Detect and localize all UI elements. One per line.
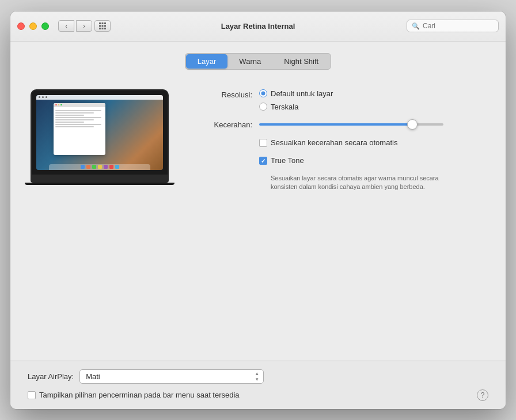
svg-rect-3 — [99, 25, 101, 27]
svg-rect-2 — [104, 22, 106, 24]
dock-icon — [109, 165, 113, 169]
airplay-row: Layar AirPlay: Mati AirPlay Display ▲ ▼ — [28, 369, 488, 384]
tab-nightshift[interactable]: Night Shift — [272, 54, 330, 69]
screen-line — [55, 119, 94, 120]
svg-rect-6 — [99, 28, 101, 29]
screen-line — [55, 117, 101, 118]
screen-min — [58, 104, 60, 106]
screen-dock — [49, 164, 150, 170]
maximize-button[interactable] — [41, 22, 49, 30]
grid-icon — [98, 22, 107, 30]
main-window: ‹ › Layar Retina Internal 🔍 — [10, 12, 506, 409]
screen-close — [55, 104, 57, 106]
back-button[interactable]: ‹ — [58, 20, 74, 32]
resolusi-row: Resolusi: Default untuk layar Terskala — [189, 89, 488, 111]
radio-default-input[interactable] — [259, 89, 267, 97]
auto-brightness-checkbox[interactable] — [259, 139, 267, 147]
window-title: Layar Retina Internal — [221, 22, 295, 31]
laptop — [31, 89, 169, 185]
resolusi-controls: Default untuk layar Terskala — [259, 89, 333, 111]
airplay-label: Layar AirPlay: — [28, 372, 74, 381]
forward-button[interactable]: › — [76, 20, 92, 32]
content-area: Layar Warna Night Shift — [10, 41, 506, 361]
screen-line — [55, 124, 101, 125]
screen-line — [55, 122, 84, 123]
tab-layar[interactable]: Layar — [186, 54, 228, 69]
main-area: Resolusi: Default untuk layar Terskala — [28, 84, 488, 361]
radio-terskala-input[interactable] — [259, 103, 267, 111]
radio-default[interactable]: Default untuk layar — [259, 89, 333, 98]
screen-line — [55, 115, 84, 116]
nav-buttons: ‹ › — [58, 20, 92, 32]
screen-line — [55, 112, 94, 113]
svg-rect-5 — [104, 25, 106, 27]
dock-icon — [98, 165, 102, 169]
svg-rect-1 — [102, 22, 104, 24]
airplay-select-wrapper: Mati AirPlay Display ▲ ▼ — [79, 369, 264, 384]
dock-icon — [115, 165, 119, 169]
help-button[interactable]: ? — [477, 389, 488, 401]
resolusi-label: Resolusi: — [189, 89, 252, 99]
screen-window — [54, 103, 105, 155]
auto-brightness-label: Sesuaikan kecerahan secara otomatis — [271, 138, 397, 147]
search-input[interactable] — [423, 22, 494, 30]
screen-menubar — [36, 95, 163, 100]
brightness-slider[interactable] — [259, 123, 443, 126]
screen-window-content — [54, 107, 105, 130]
search-bar[interactable]: 🔍 — [407, 20, 499, 32]
laptop-base — [31, 176, 169, 183]
dock-icon — [86, 165, 90, 169]
grid-button[interactable] — [94, 20, 111, 32]
kecerahan-label: Kecerahan: — [189, 120, 252, 129]
svg-rect-4 — [102, 25, 104, 27]
radio-default-label: Default untuk layar — [271, 89, 333, 98]
titlebar: ‹ › Layar Retina Internal 🔍 — [10, 12, 506, 41]
svg-rect-7 — [102, 28, 104, 29]
auto-brightness-row: Sesuaikan kecerahan secara otomatis — [259, 138, 488, 147]
menubar-dot — [45, 96, 47, 98]
screen-desktop — [36, 95, 163, 170]
slider-container — [259, 123, 443, 126]
menubar-dot — [39, 96, 40, 98]
tab-bar: Layar Warna Night Shift — [28, 53, 488, 70]
mirror-row: Tampilkan pilihan pencerminan pada bar m… — [28, 389, 488, 401]
laptop-preview — [28, 84, 172, 361]
svg-rect-0 — [99, 22, 101, 24]
dock-icon — [104, 165, 108, 169]
airplay-select[interactable]: Mati AirPlay Display — [79, 369, 264, 384]
mirror-checkbox[interactable] — [28, 391, 36, 399]
tab-warna[interactable]: Warna — [227, 54, 272, 69]
radio-terskala[interactable]: Terskala — [259, 103, 333, 111]
tab-group: Layar Warna Night Shift — [185, 53, 331, 70]
laptop-body — [31, 89, 169, 176]
mirror-label: Tampilkan pilihan pencerminan pada bar m… — [39, 391, 240, 399]
screen-line — [55, 110, 101, 111]
laptop-screen — [36, 95, 163, 170]
screen-line — [55, 126, 94, 127]
settings-panel: Resolusi: Default untuk layar Terskala — [189, 84, 488, 361]
dock-icon — [81, 165, 85, 169]
radio-terskala-label: Terskala — [271, 103, 298, 111]
kecerahan-row: Kecerahan: — [189, 120, 488, 129]
svg-rect-8 — [104, 28, 106, 29]
true-tone-label: True Tone — [271, 156, 304, 165]
dock-icon — [92, 165, 96, 169]
true-tone-row: True Tone — [259, 156, 488, 165]
bottom-section: Layar AirPlay: Mati AirPlay Display ▲ ▼ … — [10, 361, 506, 409]
true-tone-description: Sesuaikan layar secara otomatis agar war… — [259, 174, 443, 192]
minimize-button[interactable] — [29, 22, 37, 30]
search-icon: 🔍 — [412, 22, 420, 30]
screen-window-bar — [54, 103, 105, 107]
menubar-dot — [42, 96, 44, 98]
laptop-foot — [25, 183, 174, 185]
close-button[interactable] — [17, 22, 25, 30]
screen-max — [60, 104, 62, 106]
true-tone-checkbox[interactable] — [259, 157, 267, 165]
traffic-lights — [17, 22, 49, 30]
